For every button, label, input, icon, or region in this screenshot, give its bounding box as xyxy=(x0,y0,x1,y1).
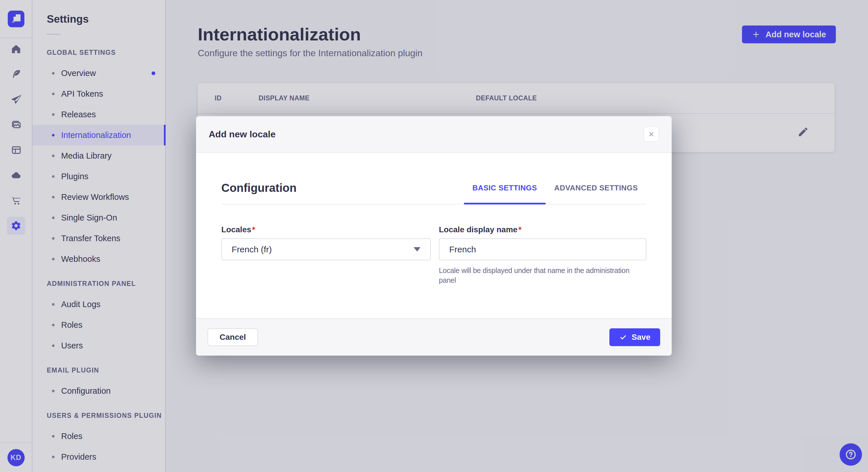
locales-label: Locales* xyxy=(221,225,431,234)
tabs-divider xyxy=(221,204,646,204)
configuration-heading: Configuration xyxy=(221,181,297,194)
modal-footer: Cancel Save xyxy=(196,318,672,356)
display-name-label: Locale display name* xyxy=(439,225,646,234)
modal-body: Configuration BASIC SETTINGS ADVANCED SE… xyxy=(196,153,672,318)
display-name-helper-text: Locale will be displayed under that name… xyxy=(439,266,646,285)
save-button[interactable]: Save xyxy=(609,328,660,346)
tab-advanced-settings[interactable]: ADVANCED SETTINGS xyxy=(546,181,646,194)
display-name-input-wrap xyxy=(439,238,646,260)
modal-header: Add new locale xyxy=(196,116,672,153)
required-asterisk: * xyxy=(252,225,255,234)
required-asterisk: * xyxy=(518,225,522,234)
display-name-input[interactable] xyxy=(449,245,636,255)
locales-select[interactable]: French (fr) xyxy=(221,238,431,260)
locales-field: Locales* French (fr) xyxy=(221,225,431,285)
close-modal-button[interactable] xyxy=(644,127,659,142)
app-root: KD Settings GLOBAL SETTINGS Overview API… xyxy=(0,0,868,472)
check-icon xyxy=(619,333,627,341)
cancel-button[interactable]: Cancel xyxy=(208,328,258,346)
modal-title: Add new locale xyxy=(209,129,276,140)
close-icon xyxy=(648,131,655,138)
display-name-field: Locale display name* Locale will be disp… xyxy=(439,225,646,285)
modal-tabs: BASIC SETTINGS ADVANCED SETTINGS xyxy=(464,181,646,194)
locales-select-value: French (fr) xyxy=(231,245,272,255)
chevron-down-icon xyxy=(414,247,421,251)
save-label: Save xyxy=(632,333,650,342)
add-locale-modal: Add new locale Configuration BASIC SETTI… xyxy=(196,116,672,356)
tab-basic-settings[interactable]: BASIC SETTINGS xyxy=(464,181,546,194)
